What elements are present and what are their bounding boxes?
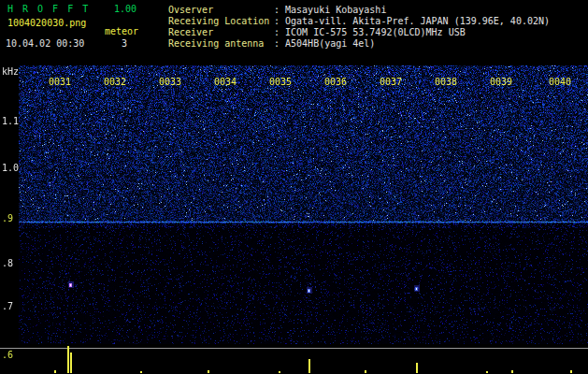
level-gridline (0, 348, 588, 349)
signal-spike (54, 370, 56, 373)
signal-spike (308, 359, 310, 373)
station-label: Ovserver (168, 5, 274, 16)
signal-spike (279, 371, 280, 373)
station-value: : Masayuki Kobayashi (274, 5, 386, 16)
station-value: : A504HB(yagi 4el) (274, 38, 375, 50)
meteor-count-value: 3 (122, 38, 127, 50)
signal-spike (67, 346, 69, 373)
station-label: Receiver (168, 27, 274, 38)
y-axis-unit-label: kHz (2, 66, 19, 78)
station-row-location: Receiving Location : Ogata-vill. Akita-P… (168, 16, 550, 27)
signal-spike (570, 370, 572, 373)
signal-spike (70, 352, 72, 373)
timestamp: 10.04.02 00:30 (6, 38, 84, 50)
signal-spike (140, 371, 142, 373)
output-filename: 1004020030.png (7, 18, 86, 29)
signal-spike (511, 370, 513, 373)
station-info: Ovserver : Masayuki Kobayashi Receiving … (168, 5, 550, 50)
signal-spike (416, 363, 418, 373)
signal-spike (486, 371, 488, 373)
signal-spike (365, 370, 366, 373)
station-value: : Ogata-vill. Akita-Pref. JAPAN (139.96E… (274, 16, 550, 27)
signal-spike (208, 370, 209, 373)
station-value: : ICOM IC-575 53.7492(0LCD)MHz USB (274, 27, 466, 38)
station-row-receiver: Receiver : ICOM IC-575 53.7492(0LCD)MHz … (168, 27, 550, 38)
app-version: 1.00 (114, 4, 136, 15)
signal-level-panel (0, 344, 588, 374)
station-label: Receiving Location (168, 16, 274, 27)
hrofft-spectrogram-screen: H R O F F T 1.00 1004020030.png meteor 1… (0, 0, 588, 374)
station-row-antenna: Receiving antenna : A504HB(yagi 4el) (168, 38, 550, 50)
station-label: Receiving antenna (168, 38, 274, 50)
app-title: H R O F F T (7, 4, 90, 15)
station-row-observer: Ovserver : Masayuki Kobayashi (168, 5, 550, 16)
meteor-count-label: meteor (105, 26, 138, 37)
spectrogram-canvas (0, 65, 588, 344)
